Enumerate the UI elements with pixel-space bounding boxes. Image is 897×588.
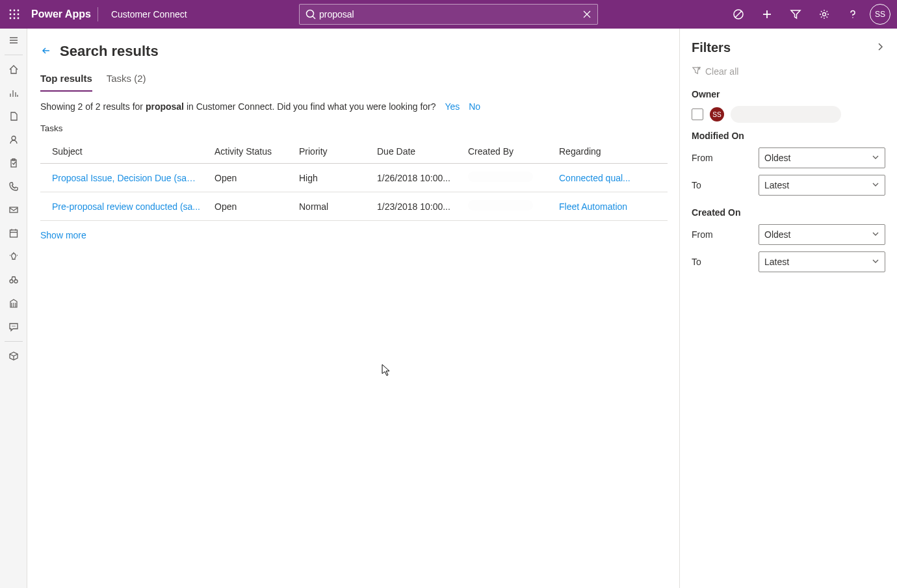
modified-to-dropdown[interactable]: Latest (759, 175, 885, 196)
help-icon[interactable] (838, 0, 867, 29)
col-priority[interactable]: Priority (294, 140, 372, 164)
col-activity-status[interactable]: Activity Status (209, 140, 294, 164)
svg-rect-30 (10, 207, 18, 212)
app-name-label[interactable]: Customer Connect (105, 9, 194, 19)
cell-activity-status: Open (209, 164, 294, 192)
svg-point-39 (14, 280, 18, 283)
building-icon[interactable] (0, 292, 27, 315)
owner-filter-row: SS (692, 106, 885, 123)
topbar: Power Apps Customer Connect SS (0, 0, 897, 29)
cell-regarding-link[interactable]: Connected qual... (559, 173, 630, 183)
svg-point-2 (18, 10, 20, 12)
owner-section-label: Owner (692, 89, 885, 99)
col-subject[interactable]: Subject (40, 140, 209, 164)
owner-name-redacted (731, 106, 841, 123)
from-label: From (692, 229, 713, 240)
sidebar-hamburger[interactable] (0, 29, 27, 52)
col-regarding[interactable]: Regarding (554, 140, 668, 164)
svg-rect-31 (10, 230, 17, 237)
calendar-icon[interactable] (0, 222, 27, 245)
show-more-link[interactable]: Show more (40, 230, 86, 240)
back-button[interactable] (40, 45, 52, 58)
phone-icon[interactable] (0, 175, 27, 198)
search-clear-button[interactable] (580, 8, 593, 23)
dropdown-value: Latest (764, 180, 789, 190)
document-icon[interactable] (0, 105, 27, 128)
main-content: Search results Top results Tasks (2) Sho… (27, 29, 679, 588)
summary-pre: Showing 2 of 2 results for (40, 101, 146, 112)
svg-point-18 (823, 13, 826, 16)
svg-point-45 (14, 326, 15, 326)
filters-title: Filters (692, 40, 731, 55)
svg-point-5 (18, 14, 20, 16)
cell-due-date: 1/26/2018 10:00... (372, 164, 463, 192)
cell-created-by (463, 164, 554, 192)
lightbulb-icon[interactable] (0, 245, 27, 268)
created-from-dropdown[interactable]: Oldest (759, 224, 885, 245)
app-launcher-button[interactable] (0, 0, 29, 29)
svg-point-3 (10, 14, 12, 16)
person-icon[interactable] (0, 128, 27, 151)
cell-subject-link[interactable]: Pre-proposal review conducted (sa... (52, 201, 200, 212)
svg-point-15 (740, 11, 742, 12)
add-button[interactable] (753, 0, 781, 29)
svg-line-10 (313, 16, 315, 19)
owner-checkbox[interactable] (692, 109, 703, 120)
cell-regarding-link[interactable]: Fleet Automation (559, 201, 627, 212)
svg-point-38 (10, 280, 13, 283)
home-icon[interactable] (0, 58, 27, 81)
modified-on-label: Modified On (692, 131, 885, 141)
col-due-date[interactable]: Due Date (372, 140, 463, 164)
filters-panel: Filters Clear all Owner SS Modified On F… (679, 29, 897, 588)
filter-icon[interactable] (781, 0, 810, 29)
svg-point-0 (10, 10, 12, 12)
tab-top-results[interactable]: Top results (40, 69, 92, 92)
clipboard-icon[interactable] (0, 151, 27, 175)
chat-icon[interactable] (0, 315, 27, 339)
to-label: To (692, 180, 701, 190)
search-container (299, 4, 598, 25)
clear-filter-icon (692, 66, 701, 77)
cell-created-by (463, 192, 554, 221)
mail-icon[interactable] (0, 198, 27, 222)
modified-from-dropdown[interactable]: Oldest (759, 147, 885, 168)
clear-all-button[interactable]: Clear all (692, 66, 885, 77)
package-icon[interactable] (0, 344, 27, 368)
chevron-down-icon (872, 229, 879, 240)
from-label: From (692, 153, 713, 163)
svg-point-6 (10, 18, 12, 19)
results-table: Subject Activity Status Priority Due Dat… (40, 140, 668, 221)
search-input[interactable] (319, 9, 578, 19)
settings-icon[interactable] (810, 0, 838, 29)
cell-subject-link[interactable]: Proposal Issue, Decision Due (sampl... (52, 173, 202, 183)
feedback-yes[interactable]: Yes (445, 101, 460, 112)
cell-priority: High (294, 164, 372, 192)
filters-collapse-button[interactable] (875, 42, 885, 54)
sidebar-divider (5, 341, 23, 342)
dropdown-value: Latest (764, 257, 789, 267)
tab-tasks[interactable]: Tasks (2) (107, 69, 146, 92)
chart-icon[interactable] (0, 81, 27, 105)
chevron-down-icon (872, 257, 879, 267)
chevron-down-icon (872, 180, 879, 190)
col-created-by[interactable]: Created By (463, 140, 554, 164)
feedback-no[interactable]: No (469, 101, 480, 112)
target-icon[interactable] (724, 0, 753, 29)
dropdown-value: Oldest (764, 153, 790, 163)
chevron-down-icon (872, 153, 879, 163)
cell-due-date: 1/23/2018 10:00... (372, 192, 463, 221)
cell-priority: Normal (294, 192, 372, 221)
svg-point-1 (14, 10, 16, 12)
profile-avatar[interactable]: SS (870, 4, 890, 25)
svg-point-4 (14, 14, 16, 16)
results-summary: Showing 2 of 2 results for proposal in C… (40, 101, 668, 112)
search-box[interactable] (299, 4, 598, 25)
created-to-dropdown[interactable]: Latest (759, 251, 885, 272)
binoculars-icon[interactable] (0, 268, 27, 292)
svg-point-44 (13, 326, 14, 326)
dropdown-value: Oldest (764, 229, 790, 240)
table-row[interactable]: Proposal Issue, Decision Due (sampl... O… (40, 164, 668, 192)
svg-point-8 (18, 18, 20, 19)
brand-divider (98, 7, 98, 21)
table-row[interactable]: Pre-proposal review conducted (sa... Ope… (40, 192, 668, 221)
